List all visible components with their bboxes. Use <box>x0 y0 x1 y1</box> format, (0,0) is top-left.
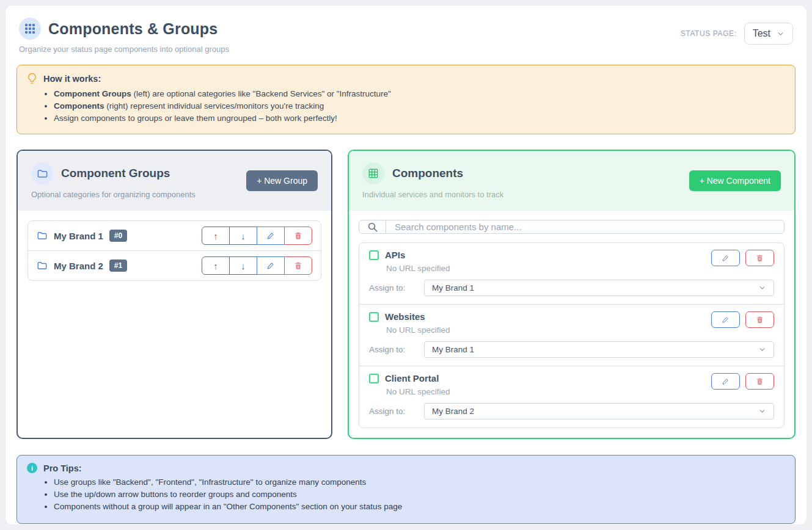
components-panel: Components Individual services and monit… <box>348 150 796 439</box>
move-up-button[interactable]: ↑ <box>202 256 230 275</box>
edit-group-button[interactable] <box>257 227 285 245</box>
down-arrow-icon: ↓ <box>241 231 246 241</box>
pro-tips-item: Use groups like "Backend", "Frontend", "… <box>54 477 785 487</box>
components-panel-subtitle: Individual services and monitors to trac… <box>362 190 503 199</box>
group-list: My Brand 1 #0 ↑ ↓ <box>27 220 321 281</box>
components-header: Components Individual services and monit… <box>349 151 794 211</box>
group-row: My Brand 2 #1 ↑ ↓ <box>28 251 321 280</box>
trash-icon <box>756 377 764 385</box>
grid-table-icon <box>362 162 384 184</box>
page-header: Components & Groups Organize your status… <box>5 5 807 54</box>
status-page-label: STATUS PAGE: <box>681 29 737 38</box>
pro-tips-title: Pro Tips: <box>43 463 82 473</box>
edit-component-button[interactable] <box>711 373 740 390</box>
folder-icon <box>37 260 48 271</box>
group-row: My Brand 1 #0 ↑ ↓ <box>28 221 321 251</box>
how-it-works-list: Component Groups (left) are optional cat… <box>54 89 785 123</box>
component-row: APIs No URL specified <box>359 243 784 305</box>
component-checkbox[interactable] <box>369 312 379 322</box>
pencil-icon <box>722 254 730 262</box>
components-panel-title: Components <box>392 167 463 180</box>
pencil-icon <box>266 261 275 270</box>
component-name: APIs <box>385 250 405 260</box>
lightbulb-icon <box>27 73 37 85</box>
up-arrow-icon: ↑ <box>213 261 218 271</box>
search-input[interactable] <box>386 220 784 233</box>
group-order-badge: #1 <box>109 260 127 272</box>
pro-tips-item: Components without a group will appear i… <box>54 502 785 511</box>
delete-component-button[interactable] <box>745 250 774 266</box>
component-groups-header: Component Groups Optional categories for… <box>18 151 331 211</box>
up-arrow-icon: ↑ <box>213 231 218 241</box>
chevron-down-icon <box>758 346 766 354</box>
trash-icon <box>294 231 302 240</box>
move-down-button[interactable]: ↓ <box>229 227 257 245</box>
search-icon <box>359 220 386 233</box>
new-component-button[interactable]: + New Component <box>689 170 781 191</box>
folder-icon <box>37 230 48 241</box>
trash-icon <box>756 316 764 324</box>
group-name: My Brand 2 <box>54 261 103 271</box>
edit-group-button[interactable] <box>257 256 285 275</box>
move-down-button[interactable]: ↓ <box>229 256 257 275</box>
groups-panel-subtitle: Optional categories for organizing compo… <box>31 190 196 199</box>
down-arrow-icon: ↓ <box>241 261 246 271</box>
trash-icon <box>756 254 764 262</box>
pro-tips-item: Use the up/down arrow buttons to reorder… <box>54 490 785 499</box>
chevron-down-icon <box>758 407 766 415</box>
chevron-down-icon <box>758 284 766 292</box>
page-subtitle: Organize your status page components int… <box>19 45 229 54</box>
component-url-note: No URL specified <box>386 325 450 335</box>
delete-group-button[interactable] <box>284 256 312 275</box>
component-url-note: No URL specified <box>386 387 450 396</box>
delete-component-button[interactable] <box>745 311 774 328</box>
info-icon: i <box>27 463 37 473</box>
group-order-badge: #0 <box>109 230 127 242</box>
component-name: Websites <box>385 311 425 322</box>
component-row: Client Portal No URL specified <box>359 366 784 427</box>
pencil-icon <box>266 231 275 240</box>
pro-tips-list: Use groups like "Backend", "Frontend", "… <box>54 477 785 511</box>
page-title: Components & Groups <box>48 20 218 38</box>
component-checkbox[interactable] <box>369 374 379 383</box>
edit-component-button[interactable] <box>711 311 740 328</box>
component-list: APIs No URL specified <box>359 242 785 428</box>
pencil-icon <box>722 377 730 385</box>
assign-group-select[interactable]: My Brand 1 <box>424 280 774 296</box>
component-row: Websites No URL specified <box>359 305 784 366</box>
edit-component-button[interactable] <box>711 250 740 266</box>
delete-component-button[interactable] <box>745 373 774 390</box>
component-name: Client Portal <box>385 373 439 383</box>
groups-panel-title: Component Groups <box>61 167 170 180</box>
assign-group-select[interactable]: My Brand 1 <box>424 341 774 358</box>
assign-to-label: Assign to: <box>369 345 424 354</box>
group-name: My Brand 1 <box>54 231 103 241</box>
how-it-works-item: Component Groups (left) are optional cat… <box>54 89 785 98</box>
pencil-icon <box>722 316 730 324</box>
how-it-works-item: Components (right) represent individual … <box>54 101 785 111</box>
assign-group-select[interactable]: My Brand 2 <box>424 403 774 419</box>
how-it-works-title: How it works: <box>43 74 101 84</box>
how-it-works-item: Assign components to groups or leave the… <box>54 114 785 123</box>
move-up-button[interactable]: ↑ <box>202 227 230 245</box>
folder-icon <box>31 162 53 184</box>
how-it-works-box: How it works: Component Groups (left) ar… <box>16 65 796 134</box>
trash-icon <box>294 261 302 270</box>
new-group-button[interactable]: + New Group <box>246 170 318 191</box>
component-checkbox[interactable] <box>369 250 379 260</box>
main-card: Components & Groups Organize your status… <box>5 5 807 525</box>
pro-tips-box: i Pro Tips: Use groups like "Backend", "… <box>16 455 796 524</box>
component-url-note: No URL specified <box>386 264 450 273</box>
assign-to-label: Assign to: <box>369 407 424 416</box>
status-page-select[interactable]: Test <box>744 23 793 45</box>
grid-dots-icon <box>19 18 41 40</box>
assign-to-label: Assign to: <box>369 283 424 292</box>
component-search <box>359 220 785 234</box>
status-page-value: Test <box>753 28 770 39</box>
delete-group-button[interactable] <box>284 227 312 245</box>
chevron-down-icon <box>777 30 785 38</box>
component-groups-panel: Component Groups Optional categories for… <box>16 150 332 439</box>
